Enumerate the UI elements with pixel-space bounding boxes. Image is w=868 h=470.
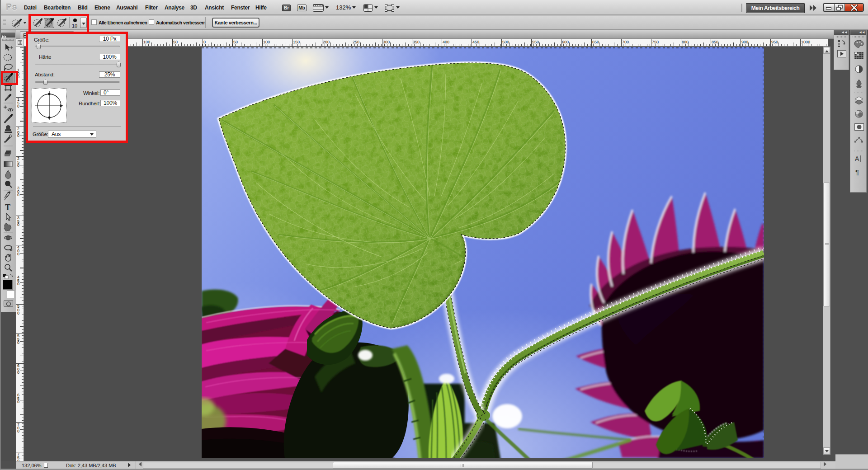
- svg-text:¶: ¶: [855, 168, 859, 176]
- svg-text:A: A: [855, 155, 859, 162]
- svg-text:T: T: [5, 203, 10, 212]
